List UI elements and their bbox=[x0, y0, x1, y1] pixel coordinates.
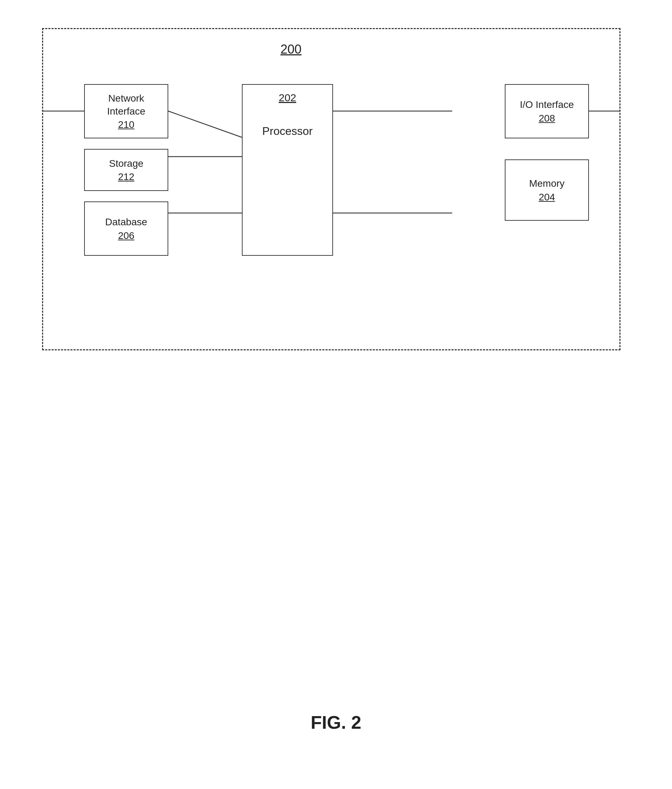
processor-label-num: 202 bbox=[279, 92, 296, 104]
network-interface-label: 210 bbox=[118, 119, 134, 130]
page: 200 NetworkInterface 210 bbox=[0, 0, 672, 789]
io-interface-box: I/O Interface 208 bbox=[505, 84, 589, 138]
io-interface-title: I/O Interface bbox=[520, 99, 574, 111]
figure-caption: FIG. 2 bbox=[310, 712, 361, 733]
label-200: 200 bbox=[280, 42, 301, 57]
memory-label: 204 bbox=[539, 192, 555, 203]
processor-box: 202 Processor bbox=[242, 84, 333, 256]
storage-title: Storage bbox=[109, 157, 143, 170]
network-interface-box: NetworkInterface 210 bbox=[84, 84, 168, 138]
network-interface-title: NetworkInterface bbox=[107, 92, 146, 118]
processor-title: Processor bbox=[262, 125, 313, 138]
diagram-area: 200 NetworkInterface 210 bbox=[42, 28, 631, 379]
right-column: I/O Interface 208 Memory 204 bbox=[505, 84, 589, 221]
database-box: Database 206 bbox=[84, 201, 168, 256]
io-interface-label: 208 bbox=[539, 113, 555, 124]
database-title: Database bbox=[105, 216, 147, 228]
memory-title: Memory bbox=[529, 177, 565, 190]
left-column: NetworkInterface 210 Storage 212 Databas… bbox=[84, 84, 168, 256]
memory-box: Memory 204 bbox=[505, 160, 589, 221]
database-label: 206 bbox=[118, 230, 134, 241]
storage-box: Storage 212 bbox=[84, 149, 168, 191]
storage-label: 212 bbox=[118, 171, 134, 182]
